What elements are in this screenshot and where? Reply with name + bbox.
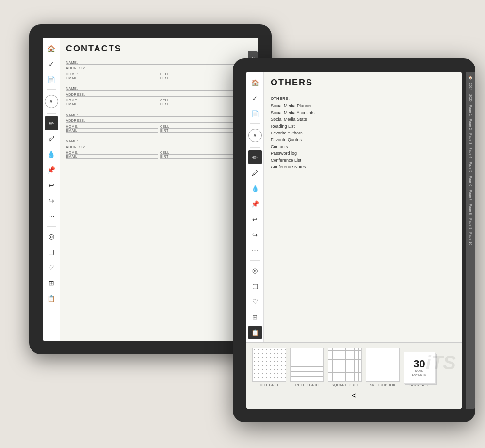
back-page-icon[interactable]: 📄 [45, 73, 58, 86]
back-up-arrow[interactable]: ∧ [45, 95, 58, 108]
front-tab-page4[interactable]: Page 4 [468, 146, 473, 160]
front-home-icon[interactable]: 🏠 [248, 76, 262, 89]
front-tab-page5[interactable]: Page 5 [468, 160, 473, 174]
front-sep2 [250, 147, 260, 148]
back-redo-icon[interactable]: ↪ [45, 194, 58, 208]
ruled-grid-item[interactable]: RULED GRID [290, 348, 324, 387]
front-tab-page8[interactable]: Page 8 [468, 202, 473, 216]
front-tab-page7[interactable]: Page 7 [468, 188, 473, 202]
front-sep1 [250, 123, 260, 124]
sketchbook-item[interactable]: SKETCHBOOK [366, 348, 400, 387]
name-field-4: NAME: [66, 139, 252, 143]
back-page-title: CONTACTS [66, 44, 252, 54]
front-redo-icon[interactable]: ↪ [248, 228, 262, 242]
front-main-content: OTHERS OTHERS: Social Media Planner Soci… [264, 72, 462, 342]
back-box-icon[interactable]: ▢ [45, 245, 58, 259]
front-tab-page1[interactable]: Page 1 [468, 103, 473, 117]
front-tab-page10[interactable]: Page 10 [468, 231, 473, 247]
home-field-3: HOME: [66, 125, 158, 129]
others-item-favorite-quotes[interactable]: Favorite Quotes [271, 136, 455, 143]
front-doc-icon[interactable]: 📋 [248, 326, 262, 339]
others-item-password-log[interactable]: Password log [271, 150, 455, 157]
front-tab-page3[interactable]: Page 3 [468, 132, 473, 146]
address-label-2: ADDRESS: [66, 93, 91, 96]
home-label-2: HOME: [66, 99, 91, 102]
front-tab-page2[interactable]: Page 2 [468, 117, 473, 131]
front-heart-icon[interactable]: ♡ [248, 295, 262, 308]
front-box-icon[interactable]: ▢ [248, 279, 262, 293]
others-item-reading-list[interactable]: Reading List [271, 123, 455, 130]
others-item-social-planner[interactable]: Social Media Planner [271, 102, 455, 109]
square-grid-label: SQUARE GRID [332, 383, 358, 387]
others-item-favorite-authors[interactable]: Favorite Authors [271, 130, 455, 136]
email-label-1: EMAIL: [66, 76, 91, 80]
others-item-conference-list[interactable]: Conference List [271, 157, 455, 164]
front-year-2024[interactable]: 2024 [468, 82, 473, 92]
back-undo-icon[interactable]: ↩ [45, 179, 58, 192]
email-birt-row-4: EMAIL: BIRT [66, 155, 252, 159]
front-pen-icon[interactable]: ✏ [248, 150, 262, 164]
others-item-conference-notes[interactable]: Conference Notes [271, 164, 455, 170]
front-year-2025[interactable]: 2025 [468, 93, 473, 103]
others-item-contacts[interactable]: Contacts [271, 143, 455, 150]
home-cell-row-4: HOME: CELL [66, 151, 252, 155]
front-grid-icon[interactable]: ⊞ [248, 310, 262, 324]
back-main-content: CONTACTS NAME: ADDRESS: HOME: CELL: [60, 38, 258, 341]
home-field-1: HOME: [66, 72, 158, 76]
front-stats-icon[interactable]: ◎ [248, 264, 262, 277]
home-field-2: HOME: [66, 99, 158, 102]
email-field-4: EMAIL: [66, 155, 158, 159]
front-tab-page9[interactable]: Page 9 [468, 217, 473, 231]
back-heart-icon[interactable]: ♡ [45, 261, 58, 274]
back-pin-icon[interactable]: 📌 [45, 163, 58, 177]
email-field-2: EMAIL: [66, 102, 158, 106]
front-check-icon[interactable]: ✓ [248, 91, 262, 105]
back-brush-icon[interactable]: 🖊 [45, 132, 58, 146]
back-stats-icon[interactable]: ◎ [45, 230, 58, 243]
front-page-icon[interactable]: 📄 [248, 107, 262, 120]
back-check-icon[interactable]: ✓ [45, 57, 58, 71]
name-value-1 [91, 62, 252, 63]
back-more-icon[interactable]: ⋯ [45, 210, 58, 223]
others-item-social-accounts[interactable]: Social Media Accounts [271, 109, 455, 116]
front-brush-icon[interactable]: 🖊 [248, 166, 262, 180]
back-screen: 🏠 ✓ 📄 ∧ ✏ 🖊 💧 📌 ↩ ↪ ⋯ ◎ ▢ ♡ ⊞ 📋 CONTACTS [43, 38, 258, 341]
square-grid-item[interactable]: SQUARE GRID [328, 348, 362, 387]
home-cell-row-2: HOME: CELL [66, 99, 252, 102]
show-all-label: SHOW ALL [410, 383, 429, 387]
back-drop-icon[interactable]: 💧 [45, 148, 58, 161]
show-all-item[interactable]: 30 NOTELAYOUTS SHOW ALL [404, 352, 435, 387]
cell-label-3: CELL [160, 125, 185, 128]
dot-grid-item[interactable]: DOT GRID [252, 348, 286, 387]
front-screen: 🏠 ✓ 📄 ∧ ✏ 🖊 💧 📌 ↩ ↪ ⋯ ◎ ▢ ♡ ⊞ 📋 [246, 72, 462, 409]
show-all-count: 30 [413, 359, 425, 369]
front-undo-icon[interactable]: ↩ [248, 213, 262, 226]
email-field-1: EMAIL: [66, 76, 158, 80]
front-up-arrow[interactable]: ∧ [248, 129, 262, 142]
show-all-sublabel: NOTELAYOUTS [412, 369, 427, 377]
birt-label-1: BIRT [160, 76, 185, 80]
separator [47, 89, 56, 90]
back-home-icon[interactable]: 🏠 [45, 42, 58, 55]
front-tab-home[interactable]: 🏠 [468, 74, 473, 81]
note-layouts-grid: DOT GRID RULED GRID SQUARE GRID [252, 348, 456, 387]
home-field-4: HOME: [66, 151, 158, 155]
front-drop-icon[interactable]: 💧 [248, 182, 262, 195]
front-tab-page6[interactable]: Page 6 [468, 174, 473, 188]
back-grid-icon[interactable]: ⊞ [45, 276, 58, 290]
back-doc-icon[interactable]: 📋 [45, 292, 58, 305]
ruled-grid-preview [290, 348, 324, 382]
front-pin-icon[interactable]: 📌 [248, 197, 262, 211]
home-label-3: HOME: [66, 125, 91, 128]
email-label-4: EMAIL: [66, 155, 91, 158]
ruled-grid-pattern [291, 348, 323, 381]
email-birt-row-2: EMAIL: BIRT [66, 102, 252, 106]
back-chevron-button[interactable]: < [252, 387, 456, 404]
name-field-2: NAME: [66, 87, 252, 91]
others-category-label: OTHERS: [271, 96, 455, 100]
address-value-1 [91, 68, 252, 69]
others-item-social-stats[interactable]: Social Media Stats [271, 116, 455, 123]
front-more-icon[interactable]: ⋯ [248, 244, 262, 257]
back-pen-icon[interactable]: ✏ [45, 116, 58, 130]
cell-label-1: CELL: [160, 72, 185, 76]
